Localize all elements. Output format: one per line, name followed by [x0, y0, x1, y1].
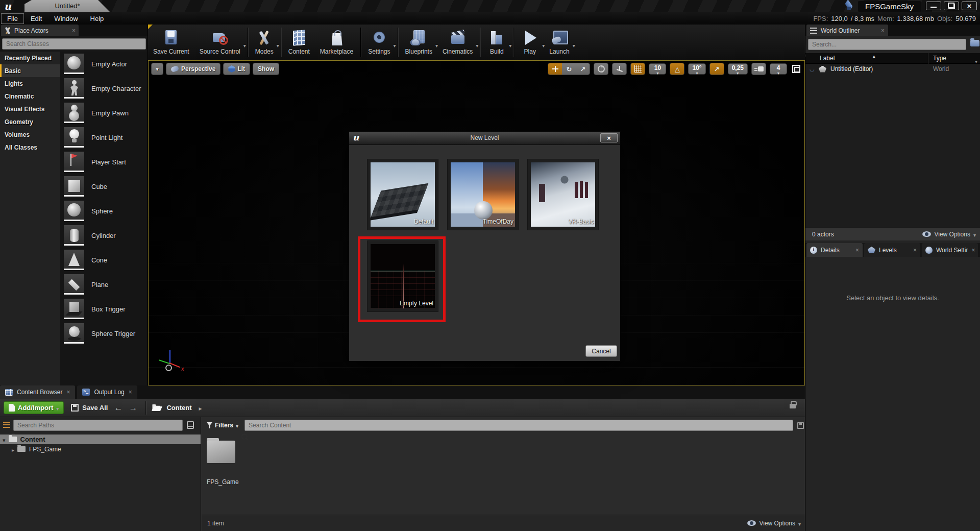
- lit-button[interactable]: Lit: [223, 63, 250, 75]
- add-import-button[interactable]: Add/Import: [4, 401, 64, 414]
- category-geometry[interactable]: Geometry: [0, 115, 60, 128]
- camera-speed-button[interactable]: [752, 63, 766, 75]
- tab-world-settings[interactable]: World Settir: [922, 243, 978, 257]
- list-item-empty-pawn[interactable]: Empty Pawn: [60, 101, 148, 125]
- asset-folder-fps-game[interactable]: FPS_Game: [207, 441, 263, 486]
- launch-button[interactable]: Launch: [544, 26, 574, 59]
- chevron-down-icon[interactable]: [394, 40, 396, 50]
- dialog-header[interactable]: u New Level: [349, 132, 620, 145]
- sources-toggle-icon[interactable]: [3, 422, 10, 428]
- tab-output-log[interactable]: Output Log: [77, 385, 137, 399]
- lock-icon[interactable]: [790, 404, 796, 408]
- grid-snap-value[interactable]: 10: [649, 63, 666, 75]
- template-timeofday[interactable]: TimeOfDay: [447, 159, 519, 230]
- maximize-viewport-button[interactable]: [790, 63, 802, 75]
- close-button[interactable]: [962, 2, 977, 10]
- category-volumes[interactable]: Volumes: [0, 128, 60, 141]
- column-label[interactable]: Label: [820, 55, 835, 62]
- collapsed-arrow-icon[interactable]: [12, 445, 14, 454]
- list-item-cylinder[interactable]: Cylinder: [60, 223, 148, 248]
- list-item-cone[interactable]: Cone: [60, 248, 148, 272]
- perspective-button[interactable]: Perspective: [166, 63, 220, 75]
- list-view-icon[interactable]: [187, 421, 194, 429]
- list-item-sphere[interactable]: Sphere: [60, 199, 148, 223]
- camera-speed-value[interactable]: 4: [770, 63, 787, 75]
- sort-ascending-icon[interactable]: [873, 54, 875, 59]
- save-all-button[interactable]: Save All: [71, 404, 108, 412]
- search-paths-input[interactable]: [13, 420, 183, 431]
- chevron-down-icon[interactable]: [236, 421, 238, 430]
- chevron-down-icon[interactable]: [509, 40, 511, 50]
- marketplace-button[interactable]: Marketplace: [315, 26, 358, 59]
- list-item-player-start[interactable]: Player Start: [60, 150, 148, 174]
- tab-content-browser[interactable]: Content Browser: [0, 385, 75, 399]
- tab-place-actors[interactable]: Place Actors: [1, 25, 79, 36]
- dialog-close-button[interactable]: [600, 133, 618, 142]
- close-icon[interactable]: [129, 389, 132, 396]
- expanded-arrow-icon[interactable]: [3, 435, 6, 444]
- row-expander-icon[interactable]: [805, 66, 819, 73]
- surface-snap-button[interactable]: [612, 63, 626, 75]
- close-icon[interactable]: [72, 27, 76, 34]
- viewport-options-dropdown[interactable]: [151, 63, 163, 75]
- content-button[interactable]: Content: [283, 26, 315, 59]
- scale-snap-value[interactable]: 0,25: [728, 63, 748, 75]
- save-current-button[interactable]: Save Current: [148, 26, 194, 59]
- play-button[interactable]: Play: [516, 26, 544, 59]
- document-tab[interactable]: Untitled*: [24, 0, 110, 12]
- cancel-button[interactable]: Cancel: [585, 345, 617, 357]
- close-icon[interactable]: [66, 389, 70, 396]
- close-icon[interactable]: [971, 247, 975, 254]
- chevron-down-icon[interactable]: [573, 40, 575, 50]
- tab-levels[interactable]: Levels: [864, 243, 920, 257]
- settings-button[interactable]: Settings: [363, 26, 395, 59]
- chevron-down-icon[interactable]: [476, 40, 478, 50]
- category-basic[interactable]: Basic: [0, 64, 60, 77]
- menu-file[interactable]: File: [1, 13, 24, 24]
- list-item-plane[interactable]: Plane: [60, 272, 148, 297]
- grid-snap-toggle[interactable]: [631, 63, 645, 75]
- list-item-empty-actor[interactable]: Empty Actor: [60, 52, 148, 76]
- template-vr-basic[interactable]: VR-Basic: [527, 159, 599, 230]
- tree-item-fps-game[interactable]: FPS_Game: [0, 444, 201, 454]
- cinematics-button[interactable]: Cinematics: [437, 26, 478, 59]
- list-item-sphere-trigger[interactable]: Sphere Trigger: [60, 321, 148, 346]
- menu-help[interactable]: Help: [85, 14, 110, 23]
- column-type[interactable]: Type: [933, 55, 946, 62]
- back-arrow-icon[interactable]: ←: [114, 403, 122, 413]
- modes-button[interactable]: Modes: [250, 26, 279, 59]
- close-icon[interactable]: [881, 27, 885, 34]
- close-icon[interactable]: [913, 247, 917, 254]
- rotate-tool-button[interactable]: ↻: [562, 63, 576, 75]
- category-visual-effects[interactable]: Visual Effects: [0, 103, 60, 115]
- breadcrumb-arrow-icon[interactable]: [199, 403, 202, 413]
- tab-details[interactable]: Details: [806, 243, 863, 257]
- blueprints-button[interactable]: Blueprints: [400, 26, 437, 59]
- chevron-down-icon[interactable]: [243, 40, 246, 50]
- rotation-snap-toggle[interactable]: △: [670, 63, 684, 75]
- menu-edit[interactable]: Edit: [25, 14, 47, 23]
- outliner-row-untitled[interactable]: Untitled (Editor) World: [805, 64, 980, 74]
- chevron-down-icon[interactable]: [277, 40, 279, 50]
- restore-button[interactable]: [944, 2, 959, 10]
- new-folder-icon[interactable]: [970, 40, 979, 46]
- forward-arrow-icon[interactable]: →: [129, 403, 137, 413]
- search-content-input[interactable]: [244, 420, 793, 431]
- scale-tool-button[interactable]: ↗: [576, 63, 590, 75]
- move-tool-button[interactable]: [548, 63, 562, 75]
- list-item-point-light[interactable]: Point Light: [60, 125, 148, 150]
- tree-item-content[interactable]: Content: [0, 435, 201, 444]
- build-button[interactable]: Build: [482, 26, 511, 59]
- search-classes-input[interactable]: [2, 38, 146, 50]
- content-view-options[interactable]: View Options: [747, 519, 801, 528]
- source-control-button[interactable]: Source Control: [194, 26, 246, 59]
- rotation-snap-value[interactable]: 10°: [688, 63, 705, 75]
- save-search-icon[interactable]: [797, 422, 804, 429]
- category-cinematic[interactable]: Cinematic: [0, 90, 60, 103]
- minimize-button[interactable]: [926, 2, 941, 10]
- list-item-cube[interactable]: Cube: [60, 174, 148, 199]
- world-space-button[interactable]: [594, 63, 608, 75]
- breadcrumb[interactable]: Content: [166, 404, 191, 412]
- close-icon[interactable]: [855, 247, 859, 254]
- outliner-view-options[interactable]: View Options: [922, 230, 976, 239]
